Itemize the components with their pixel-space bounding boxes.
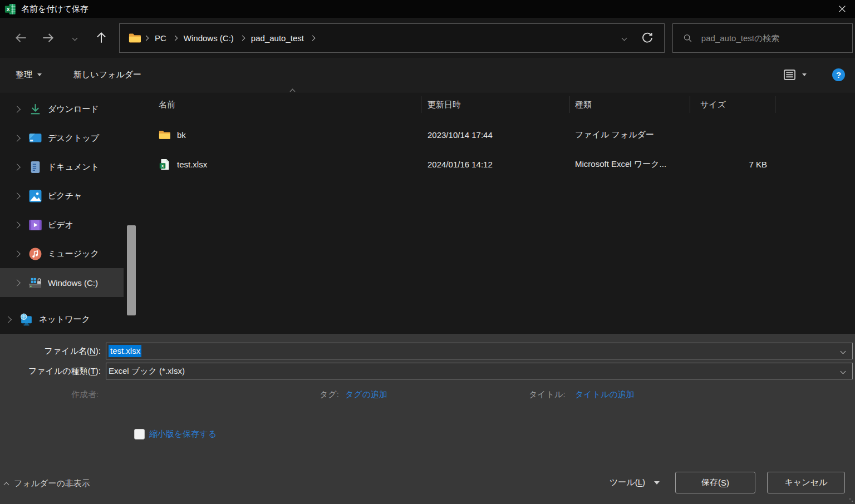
sidebar-item-label: ミュージック — [48, 249, 99, 259]
main-content: ダウンロード デスクトップ ドキュメント — [0, 92, 855, 334]
author-label: 作成者: — [71, 389, 99, 400]
folder-icon — [159, 129, 170, 141]
network-icon — [19, 313, 33, 327]
help-button[interactable]: ? — [832, 68, 845, 81]
expand-chevron-icon[interactable] — [13, 221, 21, 229]
hide-folders-label: フォルダーの非表示 — [14, 478, 90, 489]
excel-app-icon: X — [4, 3, 16, 15]
sidebar-item-videos[interactable]: ビデオ — [0, 210, 124, 239]
file-row-test-xlsx[interactable]: X test.xlsx 2024/01/16 14:12 Microsoft E… — [139, 150, 855, 179]
sidebar-scrollbar[interactable] — [127, 225, 136, 315]
column-header-date-modified[interactable]: 更新日時 — [421, 96, 569, 113]
expand-chevron-icon[interactable] — [13, 192, 21, 200]
file-row-bk[interactable]: bk 2023/10/14 17:44 ファイル フォルダー — [139, 120, 855, 150]
filename-value: test.xlsx — [109, 345, 141, 357]
file-type: Microsoft Excel ワーク... — [575, 159, 666, 170]
details-view-icon — [782, 67, 797, 82]
music-icon — [28, 247, 42, 261]
breadcrumb-separator-icon — [310, 35, 316, 41]
pictures-icon — [28, 189, 42, 203]
column-header-type[interactable]: 種類 — [569, 96, 690, 113]
cancel-button[interactable]: キャンセル — [767, 472, 845, 493]
save-thumbnail-checkbox[interactable] — [134, 429, 145, 439]
document-icon — [28, 160, 42, 174]
filename-input[interactable]: test.xlsx — [106, 343, 853, 359]
file-name: bk — [177, 130, 186, 140]
up-button[interactable] — [88, 27, 115, 49]
column-headers: 名前 更新日時 種類 サイズ — [139, 92, 855, 117]
navigation-bar: PC Windows (C:) pad_auto_test — [0, 18, 855, 58]
filetype-dropdown-icon[interactable] — [841, 369, 846, 374]
sidebar-item-label: ドキュメント — [48, 162, 99, 172]
resize-grip[interactable] — [849, 498, 853, 502]
folder-icon — [129, 33, 141, 43]
forward-button[interactable] — [35, 27, 61, 49]
caret-down-icon — [654, 481, 660, 485]
filetype-value: Excel ブック (*.xlsx) — [109, 366, 185, 377]
drive-windows-icon — [28, 276, 42, 290]
back-button[interactable] — [8, 27, 35, 49]
file-list: 名前 更新日時 種類 サイズ — [139, 92, 855, 334]
filename-dropdown-icon[interactable] — [841, 349, 846, 354]
expand-chevron-icon[interactable] — [13, 135, 21, 142]
close-button[interactable] — [829, 0, 855, 18]
sidebar-item-network[interactable]: ネットワーク — [0, 305, 124, 334]
expand-chevron-icon[interactable] — [13, 279, 21, 286]
sidebar-item-windows-c[interactable]: Windows (C:) — [0, 268, 124, 297]
column-label: 更新日時 — [428, 100, 461, 110]
file-name: test.xlsx — [177, 160, 207, 169]
column-label: サイズ — [700, 100, 726, 110]
column-header-size[interactable]: サイズ — [690, 96, 775, 113]
desktop-icon — [28, 131, 42, 145]
sidebar-item-downloads[interactable]: ダウンロード — [0, 95, 124, 123]
breadcrumb-separator-icon — [144, 35, 149, 41]
window-title: 名前を付けて保存 — [21, 4, 89, 14]
add-tag-link[interactable]: タグの追加 — [345, 389, 387, 400]
tools-menu[interactable]: ツール(L) — [610, 472, 660, 493]
command-bar: 整理 新しいフォルダー ? — [0, 58, 855, 92]
svg-text:X: X — [7, 7, 10, 12]
new-folder-button[interactable]: 新しいフォルダー — [73, 70, 141, 80]
download-icon — [28, 102, 42, 116]
sidebar-item-desktop[interactable]: デスクトップ — [0, 123, 124, 152]
title-label: タイトル: — [529, 389, 566, 400]
view-options-button[interactable] — [782, 67, 807, 82]
search-box[interactable] — [672, 23, 853, 53]
save-options-panel: ファイル名(N): test.xlsx ファイルの種類(T): Excel ブッ… — [0, 334, 855, 504]
caret-down-icon — [37, 73, 42, 76]
search-input[interactable] — [701, 33, 846, 43]
expand-chevron-icon[interactable] — [13, 164, 21, 171]
expand-chevron-icon[interactable] — [13, 106, 21, 113]
expand-chevron-icon[interactable] — [4, 316, 12, 323]
file-size: 7 KB — [749, 160, 767, 169]
sidebar-item-label: ピクチャ — [48, 191, 82, 201]
file-type: ファイル フォルダー — [575, 130, 654, 140]
chevron-down-icon — [72, 35, 77, 41]
breadcrumb-item-pad-auto-test[interactable]: pad_auto_test — [248, 33, 307, 43]
svg-text:X: X — [161, 164, 164, 169]
save-button[interactable]: 保存(S) — [675, 472, 755, 493]
file-date: 2024/01/16 14:12 — [428, 160, 493, 169]
address-dropdown-icon[interactable] — [622, 35, 627, 41]
file-date: 2023/10/14 17:44 — [428, 130, 493, 140]
save-thumbnail-label[interactable]: 縮小版を保存する — [149, 429, 217, 439]
refresh-icon[interactable] — [641, 31, 654, 45]
hide-folders-button[interactable]: フォルダーの非表示 — [4, 478, 90, 489]
sidebar-item-label: ネットワーク — [39, 314, 90, 325]
breadcrumb-item-pc[interactable]: PC — [151, 33, 170, 43]
recent-locations-button[interactable] — [61, 27, 88, 49]
add-title-link[interactable]: タイトルの追加 — [575, 389, 635, 400]
column-header-name[interactable]: 名前 — [139, 96, 421, 113]
expand-chevron-icon[interactable] — [13, 250, 21, 258]
title-bar: X 名前を付けて保存 — [0, 0, 855, 18]
sidebar-item-pictures[interactable]: ピクチャ — [0, 181, 124, 210]
filetype-select[interactable]: Excel ブック (*.xlsx) — [106, 363, 853, 379]
breadcrumb-item-windows-c[interactable]: Windows (C:) — [180, 33, 237, 43]
sidebar-item-music[interactable]: ミュージック — [0, 239, 124, 268]
address-bar[interactable]: PC Windows (C:) pad_auto_test — [119, 23, 665, 53]
search-icon — [683, 33, 692, 43]
organize-label: 整理 — [16, 70, 32, 80]
sidebar-item-label: ビデオ — [48, 220, 73, 230]
organize-menu[interactable]: 整理 — [16, 70, 42, 80]
sidebar-item-documents[interactable]: ドキュメント — [0, 152, 124, 181]
